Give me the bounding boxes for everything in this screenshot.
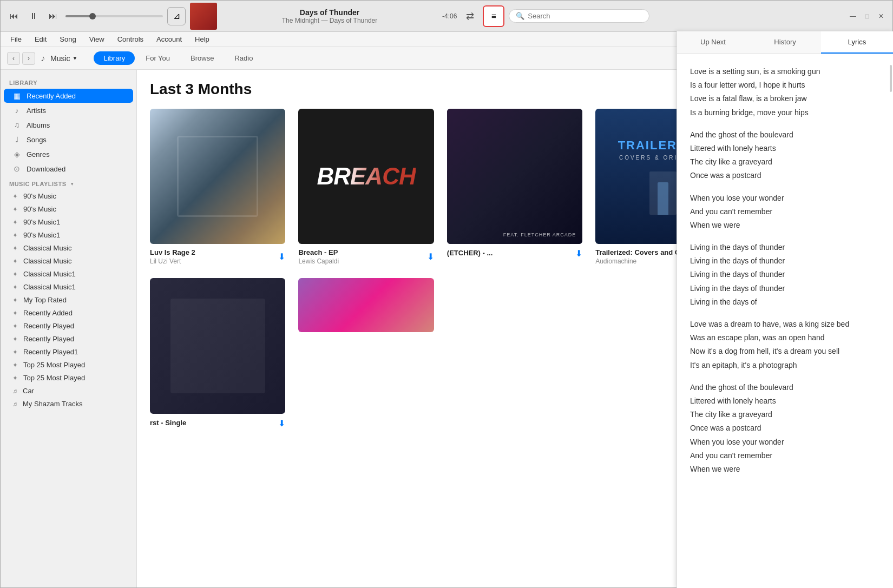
- playlist-label-13: Recently Played1: [23, 348, 78, 356]
- playlist-recently-played-2[interactable]: ✦ Recently Played: [4, 333, 133, 345]
- playlist-label-15: Top 25 Most Played: [23, 374, 85, 382]
- lyrics-line: Once was a postcard: [690, 169, 880, 182]
- lyrics-spacer: [690, 120, 880, 128]
- download-button-fletcher[interactable]: ⬇: [575, 248, 582, 259]
- lyrics-scrollbar[interactable]: [890, 70, 892, 92]
- download-button-luv[interactable]: ⬇: [278, 252, 285, 262]
- album-card-first[interactable]: rst - Single ⬇: [150, 278, 285, 428]
- close-button[interactable]: ✕: [875, 10, 887, 22]
- album-name-luv: Luv Is Rage 2: [150, 248, 278, 256]
- search-input[interactable]: [528, 12, 636, 20]
- playlist-label-4: 90's Music1: [23, 231, 60, 239]
- album-card-girl[interactable]: [298, 278, 434, 428]
- playlist-icon-17: ♬: [12, 400, 17, 408]
- playlist-recently-played1[interactable]: ✦ Recently Played1: [4, 346, 133, 358]
- playlist-icon-12: ✦: [12, 335, 18, 343]
- album-card-fletcher[interactable]: FEAT. FLETCHER ARCADE (ETCHER) - ... ⬇: [447, 109, 582, 265]
- playlist-icon-9: ✦: [12, 296, 18, 304]
- album-cover-breach: BREACH: [298, 109, 434, 244]
- forward-button[interactable]: ›: [22, 52, 35, 65]
- lyrics-line: Living in the days of thunder: [690, 241, 880, 254]
- tab-library[interactable]: Library: [94, 51, 135, 65]
- playlist-classical-2[interactable]: ✦ Classical Music: [4, 255, 133, 267]
- play-pause-button[interactable]: ⏸: [25, 8, 42, 24]
- playlists-header[interactable]: Music Playlists ▾: [1, 176, 136, 189]
- album-cover-girl: [298, 278, 434, 332]
- tab-browse[interactable]: Browse: [181, 51, 224, 65]
- app-window: ⏮ ⏸ ⏭ ⊿ Days of Thunder The Midnight — D…: [0, 0, 893, 588]
- playlist-icon-10: ✦: [12, 309, 18, 317]
- sidebar-downloaded-label: Downloaded: [27, 165, 65, 173]
- next-button[interactable]: ⏭: [45, 8, 61, 24]
- window-controls: — □ ✕: [847, 10, 887, 22]
- playlist-my-top-rated[interactable]: ✦ My Top Rated: [4, 294, 133, 306]
- album-cover-luv: [150, 109, 285, 244]
- genres-icon: ◈: [12, 150, 21, 158]
- playlist-90s-music-1[interactable]: ✦ 90's Music: [4, 190, 133, 202]
- back-button[interactable]: ‹: [7, 52, 20, 65]
- lyrics-line: Was an escape plan, was an open hand: [690, 331, 880, 345]
- minimize-button[interactable]: —: [847, 10, 859, 22]
- lyrics-line: Now it's a dog from hell, it's a dream y…: [690, 345, 880, 358]
- playlist-icon-2: ✦: [12, 206, 18, 213]
- airplay-button[interactable]: ⊿: [167, 7, 186, 25]
- download-button-breach[interactable]: ⬇: [427, 252, 434, 262]
- location-dropdown[interactable]: Music ▼: [50, 54, 77, 63]
- lyrics-spacer: [690, 372, 880, 381]
- album-text-fletcher: (ETCHER) - ...: [447, 249, 575, 258]
- menu-song[interactable]: Song: [54, 34, 81, 44]
- playlist-90s-music1-1[interactable]: ✦ 90's Music1: [4, 216, 133, 228]
- playlist-recently-played-1[interactable]: ✦ Recently Played: [4, 320, 133, 332]
- album-text-luv: Luv Is Rage 2 Lil Uzi Vert: [150, 248, 278, 265]
- maximize-button[interactable]: □: [861, 10, 873, 22]
- playlist-label-6: Classical Music: [23, 257, 72, 265]
- menu-view[interactable]: View: [84, 34, 110, 44]
- queue-button[interactable]: ≡: [483, 5, 504, 27]
- sidebar-item-songs[interactable]: ♩ Songs: [4, 133, 133, 147]
- shuffle-button[interactable]: ⇄: [461, 8, 478, 25]
- music-icon: ♪: [41, 54, 45, 63]
- tab-radio[interactable]: Radio: [225, 51, 262, 65]
- playlist-label-3: 90's Music1: [23, 218, 60, 226]
- playlist-classical1-2[interactable]: ✦ Classical Music1: [4, 281, 133, 293]
- playlist-car[interactable]: ♬ Car: [4, 385, 133, 397]
- sidebar-item-recently-added[interactable]: ▦ Recently Added: [4, 89, 133, 103]
- menu-edit[interactable]: Edit: [29, 34, 52, 44]
- airplay-icon: ⊿: [173, 11, 180, 21]
- sidebar-item-artists[interactable]: ♪ Artists: [4, 103, 133, 117]
- progress-fill: [65, 15, 93, 17]
- menu-file[interactable]: File: [5, 34, 27, 44]
- sidebar-songs-label: Songs: [27, 136, 47, 144]
- playlists-title: Music Playlists: [9, 181, 67, 187]
- playlist-label-1: 90's Music: [23, 192, 56, 200]
- playlist-90s-music-2[interactable]: ✦ 90's Music: [4, 203, 133, 215]
- playlist-90s-music1-2[interactable]: ✦ 90's Music1: [4, 229, 133, 241]
- album-artist-luv: Lil Uzi Vert: [150, 257, 278, 265]
- sidebar-item-downloaded[interactable]: ⊙ Downloaded: [4, 162, 133, 176]
- title-bar: ⏮ ⏸ ⏭ ⊿ Days of Thunder The Midnight — D…: [1, 1, 892, 32]
- menu-help[interactable]: Help: [189, 34, 215, 44]
- menu-controls[interactable]: Controls: [112, 34, 149, 44]
- tab-for-you[interactable]: For You: [136, 51, 180, 65]
- menu-account[interactable]: Account: [151, 34, 187, 44]
- album-card-luv[interactable]: Luv Is Rage 2 Lil Uzi Vert ⬇: [150, 109, 285, 265]
- lyrics-line: Littered with lonely hearts: [690, 394, 880, 408]
- album-info-fletcher: (ETCHER) - ... ⬇: [447, 248, 582, 259]
- albums-icon: ♫: [12, 121, 21, 129]
- playlist-classical-1[interactable]: ✦ Classical Music: [4, 242, 133, 254]
- lyrics-line: And you can't remember: [690, 205, 880, 219]
- sidebar-genres-label: Genres: [27, 150, 50, 158]
- track-title: Days of Thunder: [300, 8, 359, 17]
- playlist-top25-2[interactable]: ✦ Top 25 Most Played: [4, 372, 133, 384]
- playlist-classical1-1[interactable]: ✦ Classical Music1: [4, 268, 133, 280]
- sidebar-item-albums[interactable]: ♫ Albums: [4, 118, 133, 132]
- sidebar-item-genres[interactable]: ◈ Genres: [4, 147, 133, 161]
- album-card-breach[interactable]: BREACH Breach - EP Lewis Capaldi ⬇: [298, 109, 434, 265]
- playlist-top25-1[interactable]: ✦ Top 25 Most Played: [4, 359, 133, 371]
- album-cover-first: [150, 278, 285, 413]
- playlist-my-shazam[interactable]: ♬ My Shazam Tracks: [4, 398, 133, 410]
- download-button-first[interactable]: ⬇: [278, 418, 285, 428]
- previous-button[interactable]: ⏮: [6, 8, 22, 24]
- playlist-recently-added[interactable]: ✦ Recently Added: [4, 307, 133, 319]
- progress-bar[interactable]: [65, 15, 163, 17]
